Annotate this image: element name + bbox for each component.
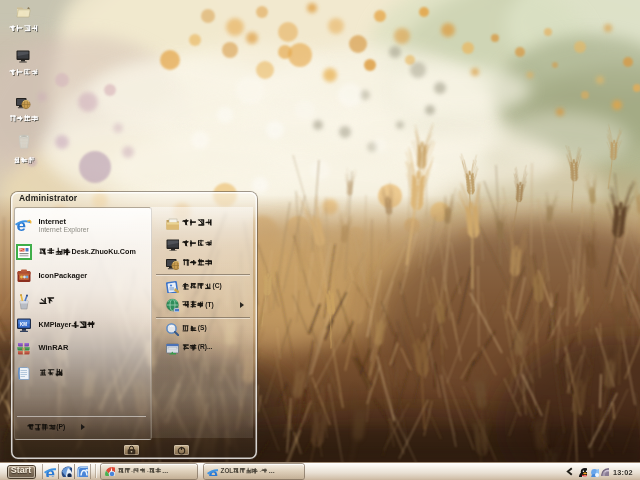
svg-text:KM: KM [20,322,27,327]
svg-text:e: e [16,217,25,235]
svg-text:FC: FC [20,248,25,252]
